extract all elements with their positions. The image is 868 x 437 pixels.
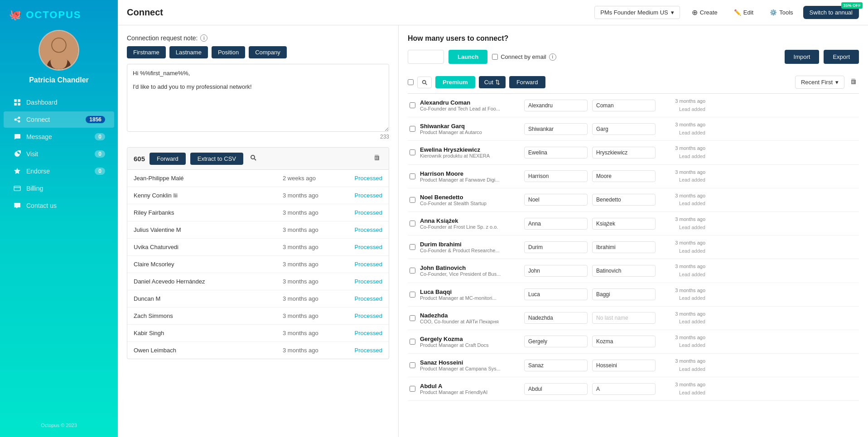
svg-rect-4 — [14, 99, 17, 102]
last-name-field[interactable] — [592, 288, 656, 300]
svg-point-8 — [14, 119, 17, 121]
last-name-field[interactable] — [592, 218, 656, 230]
table-row: Gergely Kozma Product Manager at Craft D… — [408, 330, 859, 354]
sidebar-item-endorse[interactable]: Endorse 0 — [4, 163, 114, 179]
message-textarea[interactable]: Hi %%first_name%%, I'd like to add you t… — [127, 64, 389, 132]
launch-button[interactable]: Launch — [448, 50, 487, 64]
contact-checkbox[interactable] — [410, 149, 415, 155]
lastname-tag-button[interactable]: Lastname — [169, 46, 208, 58]
forward-button[interactable]: Forward — [149, 153, 186, 165]
first-name-field[interactable] — [524, 383, 588, 395]
last-name-field[interactable] — [592, 241, 656, 253]
sidebar: 🐙 OCTOPUS Patricia Chandler Dashboard Co… — [0, 0, 118, 437]
switch-annual-button[interactable]: 35% OFF Switch to annual — [803, 6, 859, 19]
sidebar-item-contact[interactable]: Contact us — [4, 197, 114, 214]
sidebar-item-connect[interactable]: Connect 1856 — [4, 111, 114, 128]
list-item: Duncan M 3 months ago Processed — [127, 290, 389, 307]
contact-checkbox[interactable] — [410, 221, 415, 226]
edit-icon: ✏️ — [734, 9, 741, 16]
last-name-field[interactable] — [592, 194, 656, 206]
first-name-field[interactable] — [524, 170, 588, 182]
premium-filter-button[interactable]: Premium — [435, 76, 475, 88]
import-button[interactable]: Import — [785, 50, 820, 64]
contact-info: Alexandru Coman Co-Founder and Tech Lead… — [420, 99, 520, 111]
last-name-field[interactable] — [592, 147, 656, 158]
leads-search-button[interactable] — [248, 152, 259, 165]
contacts-delete-button[interactable] — [848, 76, 859, 89]
first-name-field[interactable] — [524, 336, 588, 347]
contact-checkbox[interactable] — [410, 173, 415, 179]
connect-by-email-checkbox[interactable] — [492, 54, 498, 60]
extract-csv-button[interactable]: Extract to CSV — [190, 153, 243, 165]
contact-checkbox[interactable] — [410, 292, 415, 298]
contact-checkbox[interactable] — [410, 362, 415, 368]
create-button[interactable]: ⊕ Create — [685, 5, 724, 20]
first-name-field[interactable] — [524, 194, 588, 206]
first-name-field[interactable] — [524, 218, 588, 230]
sidebar-item-message-label: Message — [26, 133, 52, 140]
tools-button[interactable]: ⚙️ Tools — [763, 6, 799, 19]
last-name-field[interactable] — [592, 265, 656, 277]
visit-badge: 0 — [95, 150, 105, 158]
right-panel: How many users to connect? Launch Connec… — [399, 25, 868, 437]
contact-checkbox[interactable] — [410, 315, 415, 321]
sidebar-item-dashboard-label: Dashboard — [26, 99, 58, 106]
sidebar-item-visit[interactable]: Visit 0 — [4, 146, 114, 162]
last-name-field[interactable] — [592, 360, 656, 371]
contact-checkbox[interactable] — [410, 244, 415, 250]
firstname-tag-button[interactable]: Firstname — [127, 46, 166, 58]
export-button[interactable]: Export — [824, 50, 859, 64]
last-name-field[interactable] — [592, 336, 656, 347]
svg-point-16 — [251, 155, 255, 159]
contact-checkbox[interactable] — [410, 102, 415, 108]
plan-selector[interactable]: PMs Founder Medium US ▾ — [594, 6, 680, 19]
first-name-field[interactable] — [524, 265, 588, 277]
sidebar-item-visit-label: Visit — [26, 150, 38, 158]
position-tag-button[interactable]: Position — [212, 46, 245, 58]
select-all-checkbox[interactable] — [408, 79, 414, 85]
connect-count-input[interactable] — [408, 50, 444, 64]
table-row: John Batinovich Co-Founder, Vice Preside… — [408, 259, 859, 283]
last-name-field[interactable] — [592, 312, 656, 324]
table-row: Durim Ibrahimi Co-Founder & Product Rese… — [408, 235, 859, 259]
sidebar-item-connect-label: Connect — [26, 116, 50, 123]
first-name-field[interactable] — [524, 288, 588, 300]
svg-rect-5 — [18, 99, 20, 102]
contact-checkbox[interactable] — [410, 386, 415, 392]
tools-icon: ⚙️ — [770, 9, 777, 16]
forward-filter-button[interactable]: Forward — [509, 76, 545, 88]
edit-button[interactable]: ✏️ Edit — [728, 6, 760, 19]
first-name-field[interactable] — [524, 123, 588, 135]
table-row: Abdul A Product Manager at FriendlyAI 3 … — [408, 377, 859, 401]
first-name-field[interactable] — [524, 241, 588, 253]
cut-button[interactable]: Cut ⇅ — [479, 76, 506, 88]
leads-delete-button[interactable] — [371, 152, 382, 165]
sort-dropdown[interactable]: Recent First ▾ — [795, 76, 844, 89]
first-name-field[interactable] — [524, 312, 588, 324]
filter-search-button[interactable] — [417, 77, 432, 88]
first-name-field[interactable] — [524, 147, 588, 158]
table-row: Shiwankar Garq Product Manager at Autarc… — [408, 117, 859, 141]
connect-email-info-icon[interactable]: i — [549, 53, 556, 61]
connect-by-email-label[interactable]: Connect by email i — [492, 53, 556, 61]
connect-controls: Launch Connect by email i Import Export — [408, 50, 859, 64]
contact-checkbox[interactable] — [410, 126, 415, 132]
info-icon[interactable]: i — [200, 34, 207, 42]
sidebar-item-billing[interactable]: Billing — [4, 180, 114, 197]
last-name-field[interactable] — [592, 170, 656, 182]
tag-row: Firstname Lastname Position Company — [127, 46, 389, 58]
sidebar-item-message[interactable]: Message 0 — [4, 129, 114, 145]
first-name-field[interactable] — [524, 360, 588, 371]
sidebar-nav: Dashboard Connect 1856 Message 0 Visit 0 — [0, 93, 118, 418]
sidebar-item-dashboard[interactable]: Dashboard — [4, 94, 114, 110]
last-name-field[interactable] — [592, 100, 656, 111]
contact-checkbox[interactable] — [410, 197, 415, 203]
first-name-field[interactable] — [524, 100, 588, 111]
list-item: Jean-Philippe Malé 2 weeks ago Processed — [127, 170, 389, 187]
company-tag-button[interactable]: Company — [249, 46, 287, 58]
last-name-field[interactable] — [592, 383, 656, 395]
contact-checkbox[interactable] — [410, 268, 415, 274]
svg-rect-7 — [18, 103, 20, 106]
last-name-field[interactable] — [592, 123, 656, 135]
contact-checkbox[interactable] — [410, 339, 415, 345]
